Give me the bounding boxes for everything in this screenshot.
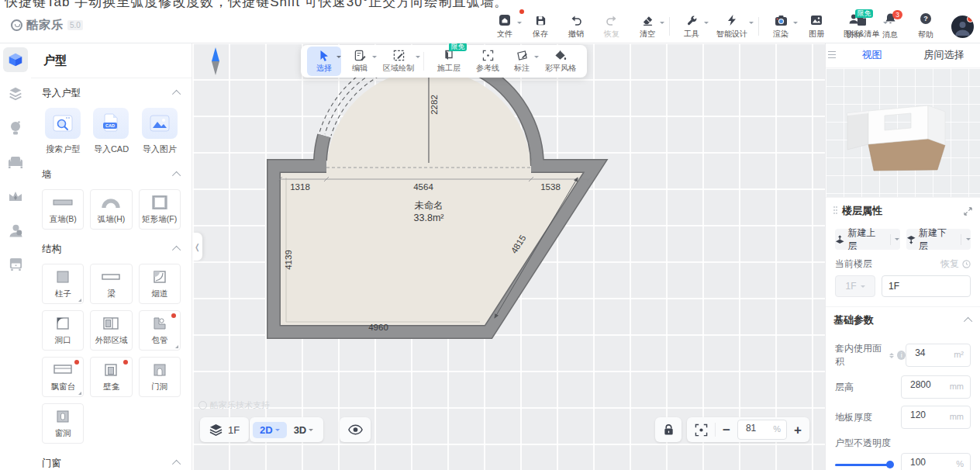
annotation-tool[interactable]: 标注 [505, 47, 539, 76]
smart-design-button[interactable]: 智能设计 [709, 11, 754, 42]
slider-thumb[interactable] [886, 461, 894, 468]
main-toolbar: 文件 保存 撤销 恢复 [487, 10, 889, 43]
view-2d-button[interactable]: 2D [253, 422, 287, 438]
expand-icon[interactable] [964, 207, 972, 216]
floor-select-dropdown[interactable]: 1F [835, 275, 875, 297]
section-wall-header[interactable]: 墙 [42, 163, 181, 186]
tab-view[interactable]: 视图 [836, 48, 908, 62]
tool-rect-wall[interactable]: 矩形墙(F) [139, 189, 181, 230]
rail-item-inspiration[interactable] [0, 111, 31, 145]
rail-item-profile[interactable] [0, 213, 31, 247]
section-doors-windows-header[interactable]: 门窗 [42, 451, 181, 470]
new-lower-floor-button[interactable]: 新建下层 [906, 229, 971, 250]
bay-window-icon [43, 363, 83, 375]
tool-flue[interactable]: 烟道 [139, 264, 181, 304]
app-logo[interactable]: 酷家乐 5.0 [11, 18, 83, 33]
reference-line-tool[interactable]: 参考线 [471, 47, 505, 76]
limited-free-badge: 限免 [449, 43, 467, 51]
messages-button[interactable]: 3 消息 [872, 11, 908, 42]
render-button[interactable]: 渲染 [763, 11, 799, 42]
fit-view-icon[interactable] [695, 423, 708, 437]
version-badge: 5.0 [67, 20, 83, 30]
tab-room-select[interactable]: 房间选择 [908, 48, 980, 62]
canvas-toolbar: 选择 编辑 区域绘制 限免 施工层 [301, 45, 587, 78]
beam-icon [91, 270, 131, 284]
import-image-icon [142, 108, 178, 139]
rail-item-vip[interactable] [0, 179, 31, 213]
caret-icon [966, 238, 971, 243]
info-icon[interactable]: i [897, 351, 906, 360]
sort-arrows-icon[interactable] [889, 351, 894, 361]
tool-niche[interactable]: 壁龛 [90, 357, 132, 397]
rail-item-floorplan[interactable] [0, 43, 31, 77]
pipe-box-icon [140, 316, 180, 330]
restore-button[interactable]: 恢复 [940, 257, 971, 271]
rail-item-cabinet[interactable] [0, 247, 31, 282]
rail-item-materials[interactable] [0, 77, 31, 111]
tool-pipe-box[interactable]: 包管 [139, 310, 181, 351]
left-panel: 户型 导入户型 搜索户型 CAD 导入CAD [31, 43, 192, 470]
tool-opening[interactable]: 洞口 [42, 310, 84, 351]
import-search-floorplan[interactable]: 搜索户型 [42, 108, 84, 155]
tool-arc-wall[interactable]: 弧墙(H) [90, 189, 132, 230]
view-3d-button[interactable]: 3D [287, 422, 321, 438]
redo-button[interactable]: 恢复 [594, 11, 630, 42]
tool-beam[interactable]: 梁 [90, 264, 132, 304]
construction-layer-tool[interactable]: 限免 施工层 [427, 47, 471, 76]
new-upper-floor-button[interactable]: 新建上层 [835, 229, 900, 250]
visibility-button[interactable] [340, 417, 371, 442]
import-cad[interactable]: CAD 导入CAD [90, 108, 132, 155]
top-bar: 酷家乐 5.0 文件 保存 撤销 [0, 10, 980, 43]
dim-left: 4139 [284, 250, 293, 270]
tool-column[interactable]: 柱子 [42, 264, 84, 304]
zoom-level-input[interactable] [744, 422, 771, 434]
floorplan-canvas[interactable]: 1318 4564 1538 2282 4139 4815 4960 未命名 3… [192, 43, 825, 470]
opacity-input[interactable] [909, 456, 946, 468]
area-draw-tool[interactable]: 区域绘制 [377, 47, 420, 76]
tool-door-opening[interactable]: 门洞 [139, 357, 181, 397]
panel-collapse-handle[interactable]: ❬ [192, 233, 202, 261]
album-button[interactable]: 图册 [799, 11, 834, 42]
slab-thickness-input[interactable] [909, 409, 946, 421]
tool-straight-wall[interactable]: 直墙(B) [42, 189, 84, 230]
file-button[interactable]: 文件 [487, 11, 523, 42]
inner-area-input[interactable] [913, 347, 951, 359]
view-3d-preview[interactable] [826, 68, 980, 197]
color-plan-style-tool[interactable]: 彩平风格 [539, 47, 582, 76]
zoom-in-button[interactable]: + [794, 423, 802, 437]
floor-name-input[interactable] [882, 276, 970, 296]
lock-button[interactable] [655, 417, 682, 442]
tools-button[interactable]: 工具 [674, 11, 709, 42]
tool-external-area[interactable]: 外部区域 [90, 310, 132, 351]
select-tool[interactable]: 选择 [307, 47, 341, 76]
section-import-header[interactable]: 导入户型 [42, 81, 181, 105]
floor-height-input[interactable] [909, 378, 946, 391]
zoom-out-button[interactable]: − [723, 423, 730, 437]
external-area-icon [91, 316, 131, 330]
import-image[interactable]: 导入图片 [139, 108, 181, 155]
avatar-notification-dot [967, 16, 974, 22]
collaborate-button[interactable]: 限免 协作 [837, 11, 872, 42]
paint-bucket-icon [554, 49, 567, 61]
save-button[interactable]: 保存 [523, 11, 558, 42]
tool-bay-window[interactable]: 飘窗台 [42, 357, 84, 397]
base-params-header[interactable]: 基础参数 [826, 306, 980, 333]
opacity-slider[interactable] [835, 464, 893, 466]
panel-drag-handle[interactable] [828, 51, 836, 59]
user-avatar[interactable] [951, 16, 974, 38]
window-opening-icon [43, 410, 83, 423]
drag-dots-icon[interactable] [833, 206, 837, 216]
zoom-level-field[interactable]: % [737, 420, 787, 440]
panel-divider [31, 78, 192, 78]
edit-tool[interactable]: 编辑 [343, 47, 377, 76]
help-button[interactable]: ? 帮助 [908, 11, 944, 42]
clear-button[interactable]: 清空 [630, 11, 665, 42]
section-structure-header[interactable]: 结构 [42, 237, 181, 261]
tool-window-opening[interactable]: 窗洞 [42, 403, 84, 444]
watermark-logo-icon [198, 401, 207, 410]
undo-button[interactable]: 撤销 [558, 11, 594, 42]
dim-arc-radius: 2282 [430, 95, 439, 115]
floor-selector-button[interactable]: 1F [200, 417, 249, 442]
slab-thickness-label: 地板厚度 [835, 411, 872, 424]
rail-item-furniture[interactable] [0, 145, 31, 179]
